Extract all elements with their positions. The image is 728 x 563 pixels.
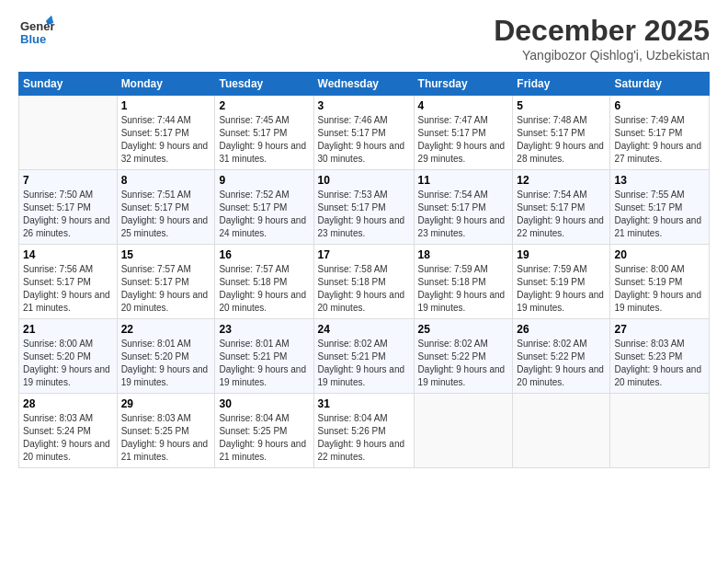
table-row: 14Sunrise: 7:56 AMSunset: 5:17 PMDayligh…	[19, 245, 118, 319]
col-wednesday: Wednesday	[313, 73, 414, 96]
table-row: 9Sunrise: 7:52 AMSunset: 5:17 PMDaylight…	[215, 170, 313, 245]
day-number: 7	[23, 174, 113, 187]
day-number: 18	[418, 248, 509, 261]
month-title: December 2025	[494, 14, 710, 48]
day-info: Sunrise: 7:44 AMSunset: 5:17 PMDaylight:…	[121, 114, 211, 166]
day-number: 20	[614, 248, 705, 261]
day-info: Sunrise: 8:01 AMSunset: 5:21 PMDaylight:…	[219, 338, 309, 389]
day-info: Sunrise: 8:03 AMSunset: 5:23 PMDaylight:…	[614, 338, 705, 389]
table-row: 31Sunrise: 8:04 AMSunset: 5:26 PMDayligh…	[313, 394, 414, 468]
col-monday: Monday	[117, 73, 215, 96]
day-info: Sunrise: 8:02 AMSunset: 5:22 PMDaylight:…	[418, 338, 509, 389]
day-info: Sunrise: 7:48 AMSunset: 5:17 PMDaylight:…	[517, 114, 606, 166]
day-number: 10	[318, 174, 410, 187]
day-number: 23	[219, 323, 309, 336]
day-info: Sunrise: 7:59 AMSunset: 5:18 PMDaylight:…	[418, 263, 509, 315]
day-info: Sunrise: 8:04 AMSunset: 5:26 PMDaylight:…	[318, 412, 410, 464]
day-info: Sunrise: 7:57 AMSunset: 5:18 PMDaylight:…	[219, 263, 309, 315]
day-number: 12	[517, 174, 606, 187]
col-sunday: Sunday	[19, 73, 118, 96]
day-number: 16	[219, 248, 309, 261]
col-friday: Friday	[513, 73, 610, 96]
day-number: 11	[418, 174, 509, 187]
table-row: 10Sunrise: 7:53 AMSunset: 5:17 PMDayligh…	[313, 170, 414, 245]
table-row: 7Sunrise: 7:50 AMSunset: 5:17 PMDaylight…	[19, 170, 118, 245]
table-row: 23Sunrise: 8:01 AMSunset: 5:21 PMDayligh…	[215, 319, 313, 394]
table-row: 20Sunrise: 8:00 AMSunset: 5:19 PMDayligh…	[610, 245, 710, 319]
table-row: 2Sunrise: 7:45 AMSunset: 5:17 PMDaylight…	[215, 96, 313, 170]
day-info: Sunrise: 7:50 AMSunset: 5:17 PMDaylight:…	[23, 189, 113, 240]
day-info: Sunrise: 7:54 AMSunset: 5:17 PMDaylight:…	[517, 189, 606, 240]
table-row: 5Sunrise: 7:48 AMSunset: 5:17 PMDaylight…	[513, 96, 610, 170]
day-number: 24	[318, 323, 410, 336]
day-info: Sunrise: 7:57 AMSunset: 5:17 PMDaylight:…	[121, 263, 211, 315]
table-row: 16Sunrise: 7:57 AMSunset: 5:18 PMDayligh…	[215, 245, 313, 319]
table-row: 18Sunrise: 7:59 AMSunset: 5:18 PMDayligh…	[414, 245, 513, 319]
table-row: 8Sunrise: 7:51 AMSunset: 5:17 PMDaylight…	[117, 170, 215, 245]
table-row: 30Sunrise: 8:04 AMSunset: 5:25 PMDayligh…	[215, 394, 313, 468]
calendar-week-row: 7Sunrise: 7:50 AMSunset: 5:17 PMDaylight…	[19, 170, 710, 245]
day-info: Sunrise: 8:02 AMSunset: 5:22 PMDaylight:…	[517, 338, 606, 389]
day-number: 19	[517, 248, 606, 261]
calendar-week-row: 21Sunrise: 8:00 AMSunset: 5:20 PMDayligh…	[19, 319, 710, 394]
table-row: 26Sunrise: 8:02 AMSunset: 5:22 PMDayligh…	[513, 319, 610, 394]
day-info: Sunrise: 7:51 AMSunset: 5:17 PMDaylight:…	[121, 189, 211, 240]
day-number: 22	[121, 323, 211, 336]
day-info: Sunrise: 8:03 AMSunset: 5:24 PMDaylight:…	[23, 412, 113, 464]
day-number: 5	[517, 99, 606, 112]
table-row	[610, 394, 710, 468]
col-saturday: Saturday	[610, 73, 710, 96]
day-number: 17	[318, 248, 410, 261]
day-number: 30	[219, 397, 309, 410]
day-number: 6	[614, 99, 705, 112]
logo: General Blue	[18, 14, 55, 51]
day-number: 27	[614, 323, 705, 336]
day-number: 21	[23, 323, 113, 336]
title-block: December 2025 Yangibozor Qishlog'i, Uzbe…	[494, 14, 710, 63]
day-number: 15	[121, 248, 211, 261]
table-row: 1Sunrise: 7:44 AMSunset: 5:17 PMDaylight…	[117, 96, 215, 170]
logo-icon: General Blue	[18, 14, 55, 51]
table-row	[19, 96, 118, 170]
table-row: 28Sunrise: 8:03 AMSunset: 5:24 PMDayligh…	[19, 394, 118, 468]
table-row: 19Sunrise: 7:59 AMSunset: 5:19 PMDayligh…	[513, 245, 610, 319]
day-number: 28	[23, 397, 113, 410]
day-info: Sunrise: 7:45 AMSunset: 5:17 PMDaylight:…	[219, 114, 309, 166]
day-info: Sunrise: 8:00 AMSunset: 5:19 PMDaylight:…	[614, 263, 705, 315]
day-number: 2	[219, 99, 309, 112]
svg-text:Blue: Blue	[20, 32, 46, 46]
day-number: 31	[318, 397, 410, 410]
day-info: Sunrise: 8:01 AMSunset: 5:20 PMDaylight:…	[121, 338, 211, 389]
table-row: 4Sunrise: 7:47 AMSunset: 5:17 PMDaylight…	[414, 96, 513, 170]
day-number: 25	[418, 323, 509, 336]
day-number: 29	[121, 397, 211, 410]
table-row: 15Sunrise: 7:57 AMSunset: 5:17 PMDayligh…	[117, 245, 215, 319]
day-info: Sunrise: 7:46 AMSunset: 5:17 PMDaylight:…	[318, 114, 410, 166]
table-row: 12Sunrise: 7:54 AMSunset: 5:17 PMDayligh…	[513, 170, 610, 245]
day-number: 26	[517, 323, 606, 336]
table-row: 24Sunrise: 8:02 AMSunset: 5:21 PMDayligh…	[313, 319, 414, 394]
calendar-table: Sunday Monday Tuesday Wednesday Thursday…	[18, 72, 710, 468]
table-row: 21Sunrise: 8:00 AMSunset: 5:20 PMDayligh…	[19, 319, 118, 394]
day-info: Sunrise: 8:04 AMSunset: 5:25 PMDaylight:…	[219, 412, 309, 464]
table-row: 6Sunrise: 7:49 AMSunset: 5:17 PMDaylight…	[610, 96, 710, 170]
table-row: 22Sunrise: 8:01 AMSunset: 5:20 PMDayligh…	[117, 319, 215, 394]
col-tuesday: Tuesday	[215, 73, 313, 96]
table-row: 13Sunrise: 7:55 AMSunset: 5:17 PMDayligh…	[610, 170, 710, 245]
day-info: Sunrise: 8:00 AMSunset: 5:20 PMDaylight:…	[23, 338, 113, 389]
calendar-page: General Blue December 2025 Yangibozor Qi…	[0, 0, 728, 563]
header: General Blue December 2025 Yangibozor Qi…	[18, 14, 710, 63]
day-number: 1	[121, 99, 211, 112]
location: Yangibozor Qishlog'i, Uzbekistan	[494, 48, 710, 63]
day-info: Sunrise: 7:49 AMSunset: 5:17 PMDaylight:…	[614, 114, 705, 166]
day-info: Sunrise: 7:59 AMSunset: 5:19 PMDaylight:…	[517, 263, 606, 315]
calendar-week-row: 14Sunrise: 7:56 AMSunset: 5:17 PMDayligh…	[19, 245, 710, 319]
day-info: Sunrise: 7:52 AMSunset: 5:17 PMDaylight:…	[219, 189, 309, 240]
day-info: Sunrise: 7:47 AMSunset: 5:17 PMDaylight:…	[418, 114, 509, 166]
table-row: 3Sunrise: 7:46 AMSunset: 5:17 PMDaylight…	[313, 96, 414, 170]
day-info: Sunrise: 8:03 AMSunset: 5:25 PMDaylight:…	[121, 412, 211, 464]
table-row	[414, 394, 513, 468]
calendar-week-row: 28Sunrise: 8:03 AMSunset: 5:24 PMDayligh…	[19, 394, 710, 468]
day-info: Sunrise: 7:53 AMSunset: 5:17 PMDaylight:…	[318, 189, 410, 240]
table-row: 27Sunrise: 8:03 AMSunset: 5:23 PMDayligh…	[610, 319, 710, 394]
